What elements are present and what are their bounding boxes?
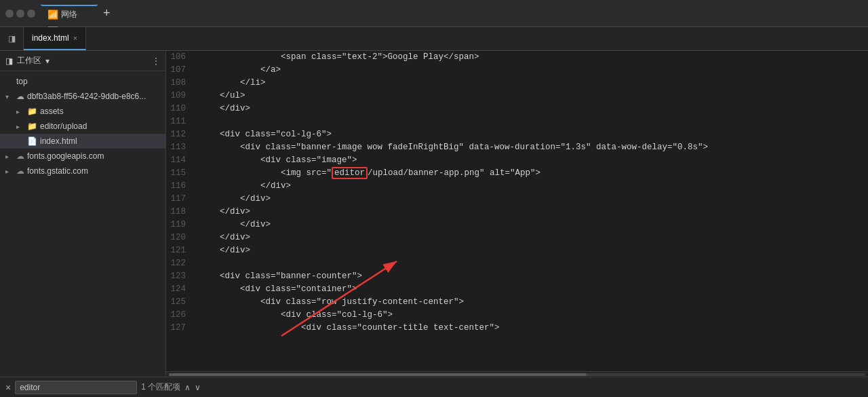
line-code-content[interactable]: <div class="image"> <box>197 154 868 167</box>
line-code-content[interactable]: <img src="editor/upload/banner-app.png" … <box>197 167 868 180</box>
code-line: 127 <div class="counter-title text-cente… <box>166 322 868 335</box>
line-number: 106 <box>166 51 197 64</box>
tree-expand-icon[interactable]: ▸ <box>16 123 24 130</box>
sidebar-tree-item-editor-upload[interactable]: ▸📁editor/upload <box>0 119 165 134</box>
code-line: 124 <div class="container"> <box>166 283 868 296</box>
line-number: 118 <box>166 206 197 219</box>
toolbar-btn-network[interactable]: 📶网络 <box>41 6 98 23</box>
line-number: 116 <box>166 180 197 193</box>
line-code-content[interactable]: <div class="banner-image wow fadeInRight… <box>197 141 868 154</box>
tree-expand-icon[interactable]: ▸ <box>5 153 14 160</box>
sidebar-tree-item-index-html[interactable]: 📄index.html <box>0 134 165 149</box>
line-code-content[interactable]: <div class="col-lg-6"> <box>197 309 868 322</box>
find-result-text: 1 个匹配项 <box>141 381 180 393</box>
scrollbar-track[interactable] <box>169 373 865 376</box>
add-tab-button[interactable]: + <box>98 3 116 23</box>
line-code-content[interactable]: </a> <box>197 64 868 77</box>
line-code-content[interactable]: <span class="text-2">Google Play</span> <box>197 51 868 64</box>
code-line: 107 </a> <box>166 64 868 77</box>
code-line: 119 </div> <box>166 219 868 231</box>
code-line: 122 <box>166 257 868 270</box>
code-line: 116 </div> <box>166 180 868 193</box>
line-code-content[interactable]: <div class="banner-counter"> <box>197 270 868 283</box>
sidebar-tree-item-fonts-gstatic-com[interactable]: ▸☁fonts.gstatic.com <box>0 164 165 178</box>
line-number: 127 <box>166 322 197 335</box>
line-code-content[interactable]: <div class="container"> <box>197 283 868 296</box>
network-icon: 📶 <box>47 10 58 20</box>
tree-file-icon: ☁ <box>16 151 24 161</box>
sources-icon: ⚙ <box>47 0 56 1</box>
line-number: 117 <box>166 193 197 206</box>
tab-close-button[interactable]: × <box>73 34 77 42</box>
code-view[interactable]: 106 <span class="text-2">Google Play</sp… <box>166 51 868 371</box>
code-line: 118 </div> <box>166 206 868 219</box>
sidebar-more-icon[interactable]: ⋮ <box>152 56 160 66</box>
line-code-content[interactable] <box>197 257 868 270</box>
line-number: 110 <box>166 102 197 115</box>
line-code-content[interactable]: </div> <box>197 244 868 257</box>
sidebar-header: ◨ 工作区 ▾ ⋮ <box>0 51 165 71</box>
line-code-content[interactable]: </div> <box>197 231 868 244</box>
tree-item-label: dbfb3ab8-ff56-4242-9ddb-e8c6... <box>27 92 160 101</box>
code-line: 112 <div class="col-lg-6"> <box>166 128 868 141</box>
line-number: 125 <box>166 296 197 309</box>
editor-area: 106 <span class="text-2">Google Play</sp… <box>166 51 868 377</box>
line-code-content[interactable]: <div class="row justify-content-center"> <box>197 296 868 309</box>
find-nav-down-button[interactable]: ∨ <box>195 383 201 392</box>
sidebar-face-icon: ◨ <box>5 56 13 66</box>
line-number: 115 <box>166 167 197 180</box>
code-line: 111 <box>166 115 868 128</box>
tree-file-icon: 📄 <box>27 136 37 146</box>
code-line: 108 </li> <box>166 77 868 90</box>
tree-expand-icon[interactable]: ▾ <box>5 93 14 100</box>
sidebar-tree-item-assets[interactable]: ▸📁assets <box>0 104 165 119</box>
toolbar-btn-sources[interactable]: ⚙源代码 <box>41 0 98 6</box>
line-number: 112 <box>166 128 197 141</box>
find-clear-button[interactable]: × <box>5 382 11 393</box>
main-content: ◨ 工作区 ▾ ⋮ top▾☁dbfb3ab8-ff56-4242-9ddb-e… <box>0 51 868 377</box>
sidebar-chevron-icon: ▾ <box>45 56 50 66</box>
sidebar-tree: top▾☁dbfb3ab8-ff56-4242-9ddb-e8c6...▸📁as… <box>0 71 165 377</box>
line-code-content[interactable]: </li> <box>197 77 868 90</box>
line-code-content[interactable]: </div> <box>197 180 868 193</box>
code-line: 106 <span class="text-2">Google Play</sp… <box>166 51 868 64</box>
line-code-content[interactable]: </div> <box>197 206 868 219</box>
scrollbar-thumb[interactable] <box>169 373 587 376</box>
find-bar: × 1 个匹配项 ∧ ∨ <box>0 377 868 397</box>
panel-toggle-button[interactable]: ◨ <box>0 27 24 50</box>
sidebar-tree-item-top[interactable]: top <box>0 74 165 89</box>
sidebar-workspace-label: 工作区 <box>17 55 41 67</box>
line-code-content[interactable]: </div> <box>197 219 868 231</box>
line-code-content[interactable]: </ul> <box>197 90 868 102</box>
line-code-content[interactable]: </div> <box>197 193 868 206</box>
find-input[interactable] <box>15 381 137 394</box>
highlighted-word: editor <box>332 167 368 179</box>
line-code-content[interactable]: <div class="col-lg-6"> <box>197 128 868 141</box>
code-line: 121 </div> <box>166 244 868 257</box>
find-nav-up-button[interactable]: ∧ <box>184 383 191 392</box>
line-number: 124 <box>166 283 197 296</box>
horizontal-scrollbar[interactable] <box>166 371 868 377</box>
tree-expand-icon[interactable]: ▸ <box>5 168 14 175</box>
code-line: 110 </div> <box>166 102 868 115</box>
line-code-content[interactable]: </div> <box>197 102 868 115</box>
panel-toggle-icon: ◨ <box>8 34 16 43</box>
line-number: 126 <box>166 309 197 322</box>
line-number: 107 <box>166 64 197 77</box>
code-line: 114 <div class="image"> <box>166 154 868 167</box>
file-tab-index-html[interactable]: index.html × <box>24 27 86 50</box>
line-number: 113 <box>166 141 197 154</box>
code-line: 123 <div class="banner-counter"> <box>166 270 868 283</box>
sidebar-tree-item-fonts-googleapis-com[interactable]: ▸☁fonts.googleapis.com <box>0 149 165 164</box>
tree-item-label: top <box>16 77 160 86</box>
code-line: 120 </div> <box>166 231 868 244</box>
code-line: 113 <div class="banner-image wow fadeInR… <box>166 141 868 154</box>
tree-file-icon: 📁 <box>27 107 37 116</box>
tree-file-icon: 📁 <box>27 121 37 131</box>
tree-expand-icon[interactable]: ▸ <box>16 108 24 115</box>
line-code-content[interactable]: <div class="counter-title text-center"> <box>197 322 868 335</box>
line-number: 111 <box>166 115 197 128</box>
sidebar-tree-item-dbfb3ab8-ff56-4242-9ddb-e8c6---[interactable]: ▾☁dbfb3ab8-ff56-4242-9ddb-e8c6... <box>0 89 165 104</box>
line-code-content[interactable] <box>197 115 868 128</box>
line-number: 114 <box>166 154 197 167</box>
